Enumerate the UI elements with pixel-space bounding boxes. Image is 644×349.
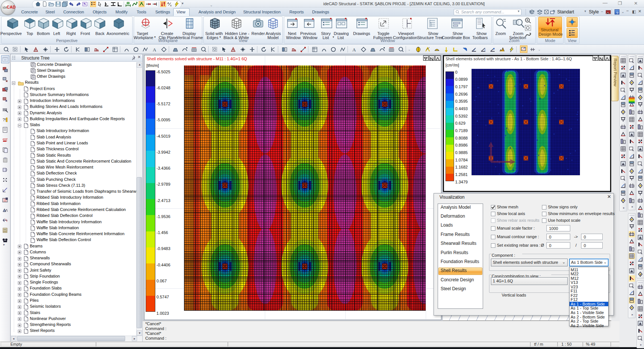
svg-text:ABC: ABC <box>3 228 7 231</box>
svg-text:?!: ?! <box>3 118 6 122</box>
svg-text:s: s <box>170 4 172 7</box>
svg-text:A: A <box>153 47 156 52</box>
svg-text:A: A <box>352 47 356 52</box>
svg-text:A: A <box>167 1 169 5</box>
